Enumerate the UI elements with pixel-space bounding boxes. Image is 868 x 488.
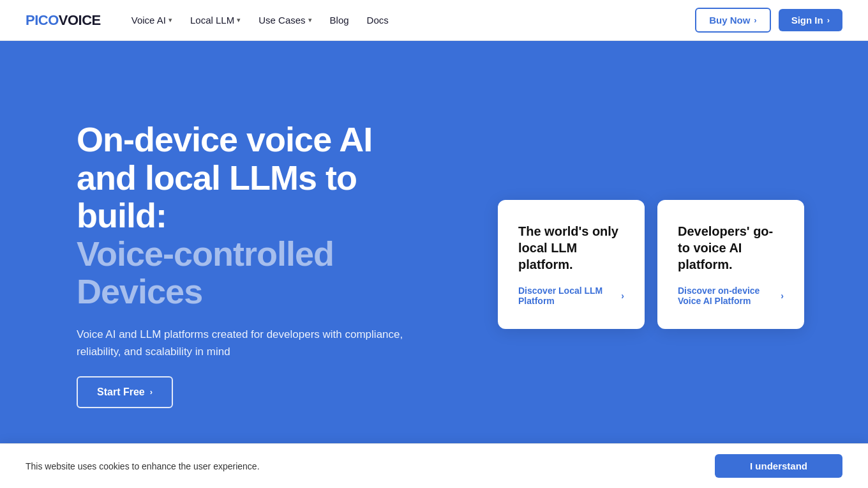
card-voice-ai-link-chevron: › xyxy=(781,291,784,301)
nav-item-use-cases-label: Use Cases xyxy=(258,15,305,26)
chevron-down-icon-2: ▾ xyxy=(237,16,241,24)
nav-item-local-llm-label: Local LLM xyxy=(190,15,234,26)
nav-item-docs-label: Docs xyxy=(367,15,389,26)
buy-now-button[interactable]: Buy Now › xyxy=(695,8,771,33)
chevron-down-icon: ▾ xyxy=(168,16,172,24)
cookie-banner: This website uses cookies to enhance the… xyxy=(0,443,868,488)
sign-in-label: Sign In xyxy=(791,15,823,26)
start-free-chevron-icon: › xyxy=(150,387,153,397)
card-local-llm-link-chevron: › xyxy=(621,291,624,301)
hero-title-line1: On-device voice AI and local LLMs to bui… xyxy=(77,121,447,234)
card-local-llm-link[interactable]: Discover Local LLM Platform › xyxy=(518,286,624,306)
nav-item-use-cases[interactable]: Use Cases ▾ xyxy=(251,10,319,31)
hero-description: Voice AI and LLM platforms created for d… xyxy=(77,326,408,360)
navbar-left: PICOVOICE Voice AI ▾ Local LLM ▾ Use Cas… xyxy=(26,10,396,31)
navbar: PICOVOICE Voice AI ▾ Local LLM ▾ Use Cas… xyxy=(0,0,868,41)
nav-item-docs[interactable]: Docs xyxy=(359,10,396,31)
nav-item-voice-ai[interactable]: Voice AI ▾ xyxy=(124,10,180,31)
nav-item-blog-label: Blog xyxy=(330,15,349,26)
start-free-label: Start Free xyxy=(97,386,145,398)
hero-left: On-device voice AI and local LLMs to bui… xyxy=(77,121,447,408)
cookie-understand-button[interactable]: I understand xyxy=(715,454,842,478)
hero-title: On-device voice AI and local LLMs to bui… xyxy=(77,121,447,310)
sign-in-button[interactable]: Sign In › xyxy=(779,9,842,31)
card-voice-ai: Developers' go-to voice AI platform. Dis… xyxy=(657,200,804,329)
hero-cards: The world's only local LLM platform. Dis… xyxy=(485,200,804,329)
cookie-message: This website uses cookies to enhance the… xyxy=(26,461,260,471)
logo-pico: PICO xyxy=(26,12,59,29)
start-free-button[interactable]: Start Free › xyxy=(77,376,173,408)
buy-now-label: Buy Now xyxy=(709,15,750,26)
logo[interactable]: PICOVOICE xyxy=(26,12,101,29)
nav-item-local-llm[interactable]: Local LLM ▾ xyxy=(183,10,248,31)
navbar-right: Buy Now › Sign In › xyxy=(695,8,842,33)
nav-item-voice-ai-label: Voice AI xyxy=(131,15,166,26)
card-voice-ai-link[interactable]: Discover on-device Voice AI Platform › xyxy=(678,286,784,306)
logo-voice: VOICE xyxy=(59,12,101,29)
nav-links: Voice AI ▾ Local LLM ▾ Use Cases ▾ Blog … xyxy=(124,10,396,31)
card-voice-ai-title: Developers' go-to voice AI platform. xyxy=(678,223,784,273)
chevron-down-icon-3: ▾ xyxy=(308,16,312,24)
sign-in-chevron-icon: › xyxy=(827,15,830,25)
card-local-llm-link-text: Discover Local LLM Platform xyxy=(518,286,618,306)
card-local-llm-title: The world's only local LLM platform. xyxy=(518,223,624,273)
buy-now-chevron-icon: › xyxy=(754,15,756,25)
card-voice-ai-link-text: Discover on-device Voice AI Platform xyxy=(678,286,778,306)
hero-section: On-device voice AI and local LLMs to bui… xyxy=(0,41,868,488)
hero-animated-text: Voice-controlled Devices xyxy=(77,235,447,311)
card-local-llm: The world's only local LLM platform. Dis… xyxy=(498,200,645,329)
nav-item-blog[interactable]: Blog xyxy=(322,10,357,31)
